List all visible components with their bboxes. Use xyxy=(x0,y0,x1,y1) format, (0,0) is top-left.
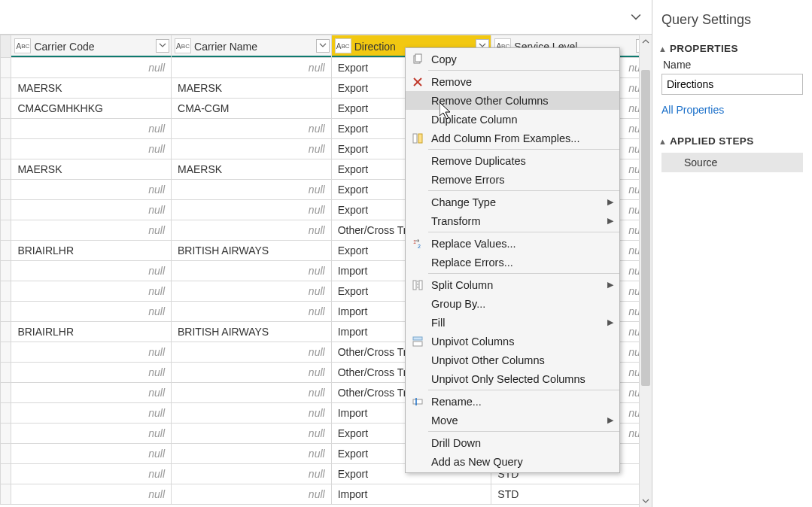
cell-carrier-name[interactable]: null xyxy=(172,302,332,322)
column-header-carrier-name[interactable]: ABC Carrier Name xyxy=(172,35,332,58)
row-index-cell[interactable] xyxy=(1,403,11,424)
row-index-header[interactable] xyxy=(1,35,11,58)
cell-carrier-name[interactable]: null xyxy=(172,484,332,505)
cell-carrier-name[interactable]: BRITISH AIRWAYS xyxy=(172,241,332,261)
row-index-cell[interactable] xyxy=(1,281,11,302)
cell-carrier-code[interactable]: null xyxy=(11,261,172,281)
cell-carrier-name[interactable]: null xyxy=(172,58,332,78)
cell-carrier-code[interactable]: null xyxy=(11,484,172,505)
menu-copy[interactable]: Copy xyxy=(406,50,619,68)
filter-button[interactable] xyxy=(156,39,169,53)
column-header-carrier-code[interactable]: ABC Carrier Code xyxy=(11,35,172,58)
cell-carrier-name[interactable]: CMA-CGM xyxy=(172,99,332,119)
cell-carrier-code[interactable]: MAERSK xyxy=(11,78,172,99)
row-index-cell[interactable] xyxy=(1,180,11,200)
cell-carrier-code[interactable]: null xyxy=(11,119,172,139)
cell-carrier-code[interactable]: MAERSK xyxy=(11,159,172,180)
cell-carrier-code[interactable]: null xyxy=(11,281,172,302)
cell-carrier-code[interactable]: null xyxy=(11,403,172,424)
row-index-cell[interactable] xyxy=(1,444,11,464)
row-index-cell[interactable] xyxy=(1,363,11,383)
row-index-cell[interactable] xyxy=(1,302,11,322)
row-index-cell[interactable] xyxy=(1,261,11,281)
cell-carrier-code[interactable]: null xyxy=(11,200,172,220)
menu-duplicate-column[interactable]: Duplicate Column xyxy=(406,110,619,129)
row-index-cell[interactable] xyxy=(1,322,11,342)
cell-carrier-code[interactable]: null xyxy=(11,464,172,484)
row-index-cell[interactable] xyxy=(1,58,11,78)
expand-formula-bar-button[interactable] xyxy=(626,8,646,27)
menu-fill[interactable]: Fill ▶ xyxy=(406,313,619,332)
cell-service[interactable]: STD xyxy=(491,484,652,505)
row-index-cell[interactable] xyxy=(1,484,11,505)
cell-carrier-code[interactable]: BRIAIRLHR xyxy=(11,322,172,342)
cell-carrier-name[interactable]: null xyxy=(172,444,332,464)
row-index-cell[interactable] xyxy=(1,383,11,403)
cell-carrier-code[interactable]: null xyxy=(11,139,172,159)
cell-carrier-code[interactable]: null xyxy=(11,180,172,200)
cell-carrier-code[interactable]: CMACGMHKHKG xyxy=(11,99,172,119)
cell-carrier-name[interactable]: null xyxy=(172,200,332,220)
row-index-cell[interactable] xyxy=(1,159,11,180)
cell-carrier-code[interactable]: null xyxy=(11,424,172,444)
cell-carrier-name[interactable]: null xyxy=(172,424,332,444)
row-index-cell[interactable] xyxy=(1,99,11,119)
menu-replace-values[interactable]: 12 Replace Values... xyxy=(406,234,619,253)
menu-remove-duplicates[interactable]: Remove Duplicates xyxy=(406,151,619,170)
menu-add-column-from-examples[interactable]: Add Column From Examples... xyxy=(406,129,619,147)
cell-carrier-name[interactable]: null xyxy=(172,281,332,302)
cell-carrier-name[interactable]: null xyxy=(172,119,332,139)
menu-move[interactable]: Move ▶ xyxy=(406,411,619,430)
cell-carrier-name[interactable]: null xyxy=(172,261,332,281)
cell-carrier-name[interactable]: null xyxy=(172,383,332,403)
row-index-cell[interactable] xyxy=(1,200,11,220)
vertical-scrollbar[interactable] xyxy=(639,35,652,507)
cell-carrier-code[interactable]: BRIAIRLHR xyxy=(11,241,172,261)
cell-carrier-code[interactable]: null xyxy=(11,383,172,403)
scroll-thumb[interactable] xyxy=(641,70,650,386)
menu-unpivot-columns[interactable]: Unpivot Columns xyxy=(406,332,619,351)
menu-change-type[interactable]: Change Type ▶ xyxy=(406,193,619,211)
scroll-down-button[interactable] xyxy=(640,494,652,507)
menu-unpivot-other-columns[interactable]: Unpivot Other Columns xyxy=(406,351,619,369)
properties-section-header[interactable]: ▲ PROPERTIES xyxy=(658,43,803,54)
row-index-cell[interactable] xyxy=(1,119,11,139)
menu-rename[interactable]: Rename... xyxy=(406,392,619,411)
menu-group-by[interactable]: Group By... xyxy=(406,294,619,313)
applied-steps-section-header[interactable]: ▲ APPLIED STEPS xyxy=(658,135,803,147)
row-index-cell[interactable] xyxy=(1,424,11,444)
cell-carrier-name[interactable]: null xyxy=(172,464,332,484)
cell-carrier-name[interactable]: null xyxy=(172,342,332,363)
applied-step-source[interactable]: Source xyxy=(661,153,803,172)
menu-add-as-new-query[interactable]: Add as New Query xyxy=(406,452,619,471)
all-properties-link[interactable]: All Properties xyxy=(661,104,803,116)
menu-replace-errors[interactable]: Replace Errors... xyxy=(406,253,619,272)
cell-carrier-code[interactable]: null xyxy=(11,444,172,464)
cell-carrier-name[interactable]: null xyxy=(172,180,332,200)
menu-unpivot-only-selected[interactable]: Unpivot Only Selected Columns xyxy=(406,369,619,388)
menu-remove-errors[interactable]: Remove Errors xyxy=(406,170,619,189)
scroll-up-button[interactable] xyxy=(640,35,652,47)
cell-carrier-name[interactable]: null xyxy=(172,139,332,159)
row-index-cell[interactable] xyxy=(1,78,11,99)
query-name-input[interactable] xyxy=(661,74,803,95)
cell-carrier-code[interactable]: null xyxy=(11,363,172,383)
table-row[interactable]: nullnullImportSTD xyxy=(1,484,652,505)
menu-remove[interactable]: Remove xyxy=(406,72,619,91)
menu-transform[interactable]: Transform ▶ xyxy=(406,211,619,230)
menu-remove-other-columns[interactable]: Remove Other Columns xyxy=(406,91,619,110)
cell-direction[interactable]: Import xyxy=(331,484,491,505)
row-index-cell[interactable] xyxy=(1,139,11,159)
cell-carrier-code[interactable]: null xyxy=(11,342,172,363)
cell-carrier-name[interactable]: MAERSK xyxy=(172,159,332,180)
row-index-cell[interactable] xyxy=(1,342,11,363)
cell-carrier-name[interactable]: null xyxy=(172,403,332,424)
cell-carrier-code[interactable]: null xyxy=(11,58,172,78)
row-index-cell[interactable] xyxy=(1,464,11,484)
row-index-cell[interactable] xyxy=(1,241,11,261)
cell-carrier-name[interactable]: MAERSK xyxy=(172,78,332,99)
cell-carrier-code[interactable]: null xyxy=(11,302,172,322)
cell-carrier-name[interactable]: null xyxy=(172,363,332,383)
cell-carrier-code[interactable]: null xyxy=(11,220,172,241)
cell-carrier-name[interactable]: null xyxy=(172,220,332,241)
